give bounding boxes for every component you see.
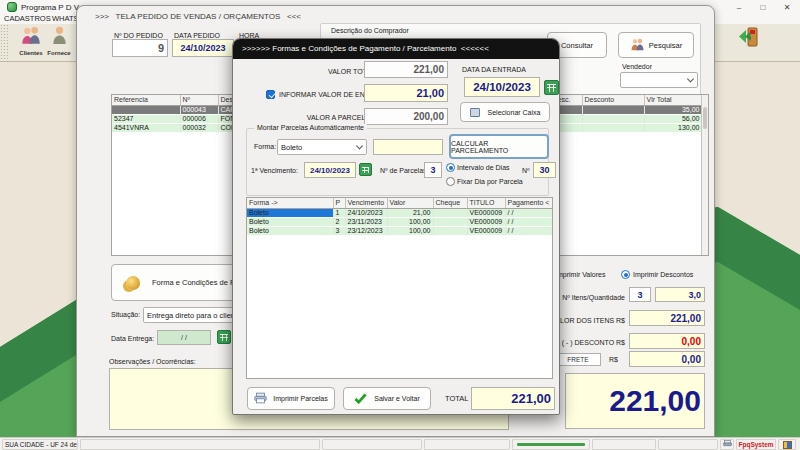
chevron-down-icon bbox=[356, 142, 363, 149]
table-row[interactable]: Boleto223/11/2023100,00VE000009/ / bbox=[247, 217, 553, 226]
printer-icon bbox=[723, 440, 732, 449]
calendar-icon[interactable] bbox=[359, 163, 372, 176]
app-logo-icon bbox=[7, 2, 17, 12]
frete-field[interactable]: 0,00 bbox=[629, 351, 705, 367]
pesquisar-button[interactable]: Pesquisar bbox=[618, 32, 694, 58]
items-scrollbar[interactable] bbox=[701, 95, 708, 255]
fixar-dia-label: Fixar Dia por Parcela bbox=[457, 178, 523, 185]
desconto-field[interactable]: 0,00 bbox=[629, 333, 705, 349]
status-panel bbox=[322, 439, 422, 450]
observacoes-label: Observações / Ocorrências: bbox=[109, 358, 196, 365]
imprimir-descontos-label: Imprimir Descontos bbox=[633, 271, 693, 278]
valor-parcelar-label: VALOR A PARCELAR bbox=[251, 114, 375, 121]
progress-bar bbox=[517, 443, 585, 446]
itens-count-field[interactable]: 3 bbox=[629, 287, 651, 302]
pedido-total-field[interactable]: 221,00 bbox=[565, 373, 705, 429]
calcular-parcelamento-button[interactable]: CALCULAR PARCELAMENTO bbox=[449, 134, 549, 159]
comprador-label: Descrição do Comprador bbox=[331, 27, 409, 34]
valor-total-label: VALOR TOTAL bbox=[251, 68, 375, 75]
check-icon bbox=[354, 393, 367, 405]
box-icon bbox=[470, 108, 480, 117]
data-entrega-field[interactable]: / / bbox=[157, 330, 211, 345]
vendedor-dropdown[interactable] bbox=[620, 72, 698, 88]
imprimir-parcelas-button[interactable]: Imprimir Parcelas bbox=[247, 387, 335, 410]
table-row[interactable]: Boleto124/10/202321,00VE000009/ / bbox=[247, 208, 553, 217]
vencimento-label: 1ª Vencimento: bbox=[251, 167, 298, 174]
toolbar-grip bbox=[0, 24, 10, 62]
fornece-icon bbox=[51, 26, 68, 49]
forma-value: Boleto bbox=[281, 143, 302, 152]
data-entrada-label: DATA DA ENTRADA bbox=[462, 66, 526, 73]
valor-parcelar-field[interactable]: 200,00 bbox=[364, 108, 448, 125]
clientes-icon bbox=[20, 26, 42, 49]
num-dias-label: Nº bbox=[522, 167, 530, 174]
clientes-button[interactable]: Clientes bbox=[16, 26, 46, 56]
coins-icon bbox=[126, 276, 140, 290]
dialog-total-field[interactable]: 221,00 bbox=[471, 387, 555, 410]
forma-extra-field[interactable] bbox=[373, 139, 443, 155]
status-icon-panel bbox=[778, 439, 796, 450]
status-panel bbox=[424, 439, 510, 450]
num-pedido-label: Nº DO PEDIDO bbox=[114, 32, 163, 39]
imprimir-parcelas-label: Imprimir Parcelas bbox=[273, 395, 327, 402]
data-pedido-field[interactable]: 24/10/2023 bbox=[172, 39, 234, 57]
intervalo-dias-radio[interactable] bbox=[446, 163, 455, 172]
frete-box[interactable]: FRETE bbox=[555, 353, 601, 366]
imprimir-descontos-radio[interactable] bbox=[621, 270, 630, 279]
intervalo-dias-label: Intervalo de Dias bbox=[457, 164, 510, 171]
chevron-down-icon bbox=[687, 75, 694, 82]
maximize-button[interactable]: □ bbox=[752, 0, 774, 14]
pagamento-dialog: >>>>>> Formas e Condições de Pagamento /… bbox=[232, 38, 560, 415]
status-progress-panel bbox=[512, 439, 590, 450]
exit-button[interactable] bbox=[733, 26, 763, 52]
scrollbar-thumb[interactable] bbox=[703, 107, 707, 129]
selecionar-caixa-label: Selecionar Caixa bbox=[488, 109, 541, 116]
num-parcelas-label: Nº de Parcelas bbox=[380, 167, 427, 174]
brand-icon bbox=[783, 441, 792, 449]
forma-label: Forma: bbox=[254, 143, 276, 150]
imprimir-valores-label: Imprimir Valores bbox=[555, 271, 605, 278]
status-city: SUA CIDADE - UF 24 de bbox=[2, 439, 78, 450]
status-panel bbox=[592, 439, 656, 450]
frete-rs-label: R$ bbox=[609, 356, 618, 363]
pesquisar-label: Pesquisar bbox=[649, 41, 682, 50]
status-printer-panel bbox=[720, 439, 734, 450]
close-button[interactable]: ✕ bbox=[776, 0, 798, 14]
parcelas-table[interactable]: Forma ->PVencimentoValorChequeTITULOPaga… bbox=[246, 197, 553, 379]
fornece-label: Fornece bbox=[47, 50, 70, 56]
status-panel bbox=[80, 439, 320, 450]
pedido-window-title[interactable]: >>> TELA PEDIDO DE VENDAS / ORÇAMENTOS <… bbox=[95, 12, 301, 21]
vencimento-field[interactable]: 24/10/2023 bbox=[304, 162, 356, 178]
quantidade-field[interactable]: 3,0 bbox=[655, 287, 705, 302]
informar-entrada-checkbox[interactable] bbox=[266, 90, 275, 99]
selecionar-caixa-button[interactable]: Selecionar Caixa bbox=[460, 102, 550, 122]
forma-dropdown[interactable]: Boleto bbox=[277, 139, 367, 155]
montar-parcelas-label: Montar Parcelas Automáticamente bbox=[254, 124, 367, 131]
calendar-icon[interactable] bbox=[217, 330, 231, 344]
status-brand: FpqSystem bbox=[736, 439, 776, 450]
situacao-value: Entrega direto para o cliente bbox=[147, 311, 241, 320]
valor-total-field[interactable]: 221,00 bbox=[364, 61, 448, 78]
valor-entrada-field[interactable]: 21,00 bbox=[364, 84, 448, 102]
vendedor-label: Vendedor bbox=[622, 63, 652, 70]
num-pedido-field[interactable]: 9 bbox=[112, 39, 168, 57]
minimize-button[interactable]: – bbox=[728, 0, 750, 14]
valor-itens-field[interactable]: 221,00 bbox=[629, 310, 705, 326]
printer-icon bbox=[254, 392, 267, 405]
data-pedido-label: DATA PEDIDO bbox=[174, 32, 220, 39]
data-entrega-label: Data Entrega: bbox=[111, 335, 154, 342]
calendar-icon[interactable] bbox=[544, 80, 559, 95]
num-dias-field[interactable]: 30 bbox=[533, 162, 556, 178]
fixar-dia-radio[interactable] bbox=[446, 177, 455, 186]
salvar-voltar-button[interactable]: Salvar e Voltar bbox=[343, 387, 431, 410]
fornece-button[interactable]: Fornece bbox=[44, 26, 74, 56]
menu-cadastros[interactable]: CADASTROS bbox=[4, 14, 51, 23]
dialog-titlebar[interactable]: >>>>>> Formas e Condições de Pagamento /… bbox=[233, 39, 559, 59]
num-parcelas-field[interactable]: 3 bbox=[424, 162, 442, 178]
exit-icon bbox=[736, 26, 760, 52]
statusbar: SUA CIDADE - UF 24 de FpqSystem bbox=[0, 437, 800, 450]
situacao-label: Situação: bbox=[111, 311, 140, 318]
menu-whats[interactable]: WHATS bbox=[52, 14, 79, 23]
data-entrada-field[interactable]: 24/10/2023 bbox=[464, 77, 540, 97]
table-row[interactable]: Boleto323/12/2023100,00VE000009/ / bbox=[247, 226, 553, 235]
